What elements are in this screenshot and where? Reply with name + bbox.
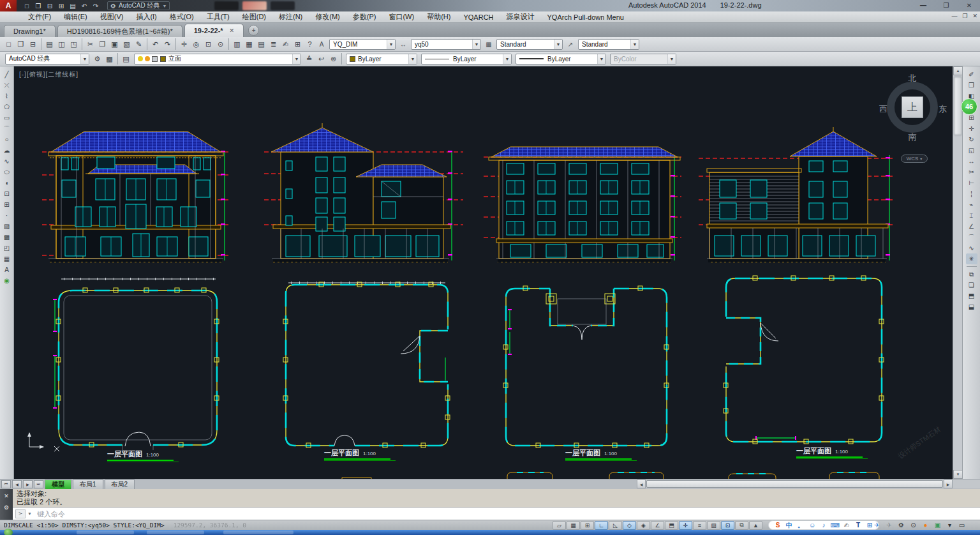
viewcube-north-label[interactable]: 北 (883, 73, 942, 84)
drawing-canvas[interactable]: [-][俯视][二维线框] 北 南 西 东 上 WCS ▾ 一层平面图1:100… (14, 66, 953, 479)
menu-item[interactable]: 标注(N) (272, 12, 309, 22)
mic-icon[interactable]: ♪ (819, 521, 829, 529)
lineweight-toggle[interactable]: ≡ (693, 521, 706, 530)
zoom-realtime-icon[interactable]: ◎ (190, 38, 202, 50)
wcs-selector[interactable]: WCS ▾ (901, 154, 928, 163)
draworder-under-icon[interactable]: ⬓ (966, 301, 977, 312)
plot-icon[interactable]: ▤ (43, 38, 56, 50)
insert-block-icon[interactable]: ⊡ (1, 188, 13, 199)
workspace-combo[interactable]: AutoCAD 经典▼ (5, 54, 89, 64)
minimize-button[interactable]: — (916, 1, 930, 10)
qat-redo-icon[interactable]: ↷ (91, 1, 101, 10)
explode-icon[interactable]: ✳ (966, 253, 977, 264)
ellipse-icon[interactable]: ⬭ (1, 167, 13, 177)
menu-item[interactable]: 视图(V) (94, 12, 130, 22)
construction-line-icon[interactable]: ⤫ (1, 80, 13, 91)
extend-icon[interactable]: ⊢ (966, 177, 977, 188)
open-icon[interactable]: ❒ (15, 38, 27, 50)
annotation-visibility-icon[interactable]: ✈ (872, 521, 882, 530)
workspace-settings-icon[interactable]: ⚙ (91, 53, 103, 64)
draworder-front-icon[interactable]: ⧉ (966, 269, 977, 280)
quickcalc-icon[interactable]: ⊞ (292, 38, 304, 50)
match-properties-icon[interactable]: ▧ (121, 38, 133, 50)
text-style-combo[interactable]: YQ_DIM▼ (329, 39, 396, 50)
scroll-right-icon[interactable]: ▶ (944, 479, 953, 488)
paste-icon[interactable]: ▣ (108, 38, 121, 50)
grid-toggle[interactable]: ⊞ (581, 521, 594, 530)
scroll-down-icon[interactable]: ▼ (953, 470, 963, 479)
vertical-scrollbar[interactable]: ▲ ▼ (953, 66, 962, 479)
interface-lock-icon[interactable]: ⊙ (908, 521, 919, 530)
restore-button[interactable]: ❐ (939, 1, 953, 10)
next-tab-button[interactable]: ▶ (23, 480, 33, 488)
layer-previous-icon[interactable]: ↩ (315, 53, 327, 64)
table-style-combo[interactable]: Standard▼ (496, 39, 563, 50)
viewcube-south-label[interactable]: 南 (883, 132, 942, 143)
publish-icon[interactable]: ◳ (68, 38, 80, 50)
fillet-icon[interactable]: ⌒ (966, 232, 977, 243)
lineweight-combo[interactable]: ByLayer▼ (516, 54, 606, 64)
new-icon[interactable]: □ (3, 38, 15, 50)
layout2-tab[interactable]: 布局2 (105, 479, 135, 489)
polygon-icon[interactable]: ⬠ (1, 102, 13, 112)
mtext-icon[interactable]: A (1, 264, 13, 275)
blend-icon[interactable]: ∿ (966, 243, 977, 253)
handwriting-icon[interactable]: ✍ (842, 521, 852, 529)
skin-icon[interactable]: T (853, 521, 863, 529)
pan-icon[interactable]: ✛ (178, 38, 190, 50)
prev-tab-button[interactable]: ◀ (12, 480, 22, 488)
menu-item[interactable]: 参数(P) (346, 12, 383, 22)
copy-icon[interactable]: ❐ (966, 80, 977, 91)
scale-icon[interactable]: ◱ (966, 145, 977, 156)
qat-undo-icon[interactable]: ↶ (79, 1, 89, 10)
input-mode-icon[interactable]: 中 (784, 521, 794, 529)
doc-restore-button[interactable]: ❐ (962, 13, 967, 19)
doc-close-button[interactable]: ✕ (972, 13, 977, 19)
menu-item[interactable]: 编辑(E) (57, 12, 94, 22)
command-close-icon[interactable]: ✕ (4, 493, 9, 499)
ortho-toggle[interactable]: ∟ (595, 521, 608, 530)
close-icon[interactable]: ✕ (230, 27, 235, 34)
menu-item[interactable]: 格式(O) (163, 12, 200, 22)
preview-icon[interactable]: ◫ (56, 38, 68, 50)
otrack-toggle[interactable]: ∠ (651, 521, 664, 530)
mleader-style-combo[interactable]: Standard▼ (578, 39, 639, 50)
taskbar-item[interactable] (77, 531, 134, 534)
tray-settings-icon[interactable]: ▣ (932, 521, 943, 530)
layout1-tab[interactable]: 布局1 (73, 479, 103, 489)
arc-icon[interactable]: ⌒ (1, 123, 13, 134)
model-tab[interactable]: 模型 (45, 479, 71, 489)
windows-taskbar[interactable] (0, 530, 980, 535)
qat-saveas-icon[interactable]: ⊞ (56, 1, 66, 10)
zoom-window-icon[interactable]: ⊡ (202, 38, 214, 50)
new-tab-button[interactable]: + (248, 25, 259, 36)
dim-style-combo[interactable]: yq50▼ (411, 39, 481, 50)
autocad-logo-icon[interactable]: A (0, 0, 17, 11)
table-icon[interactable]: ▦ (1, 253, 13, 264)
chevron-down-icon[interactable]: ▼ (27, 511, 32, 516)
rectangle-icon[interactable]: ▭ (1, 112, 13, 123)
redo-icon[interactable]: ↷ (161, 38, 174, 50)
chamfer-icon[interactable]: ∠ (966, 221, 977, 232)
menu-item[interactable]: YQArch Pull-down Menu (541, 13, 630, 21)
designcenter-icon[interactable]: ▦ (243, 38, 255, 50)
polyline-icon[interactable]: ⌇ (1, 91, 13, 102)
ducs-toggle[interactable]: ⬒ (665, 521, 678, 530)
taskbar-item[interactable] (223, 531, 293, 534)
undo-icon[interactable]: ↶ (149, 38, 161, 50)
menu-item[interactable]: 修改(M) (309, 12, 346, 22)
doc-minimize-button[interactable]: — (951, 13, 957, 19)
tool-palettes-icon[interactable]: ▤ (255, 38, 267, 50)
rotate-icon[interactable]: ↻ (966, 134, 977, 145)
transparency-toggle[interactable]: ▨ (707, 521, 720, 530)
menu-item[interactable]: 绘图(D) (236, 12, 272, 22)
command-input[interactable] (36, 509, 980, 518)
last-tab-button[interactable]: ⏭ (34, 480, 43, 488)
menu-item[interactable]: 插入(I) (130, 12, 163, 22)
taskbar-item[interactable] (147, 531, 204, 534)
draworder-back-icon[interactable]: ❏ (966, 280, 977, 290)
join-icon[interactable]: ⌶ (966, 210, 977, 221)
erase-icon[interactable]: ✐ (966, 69, 977, 80)
viewcube-west-label[interactable]: 西 (879, 103, 887, 115)
snap-toggle[interactable]: ▦ (567, 521, 580, 530)
